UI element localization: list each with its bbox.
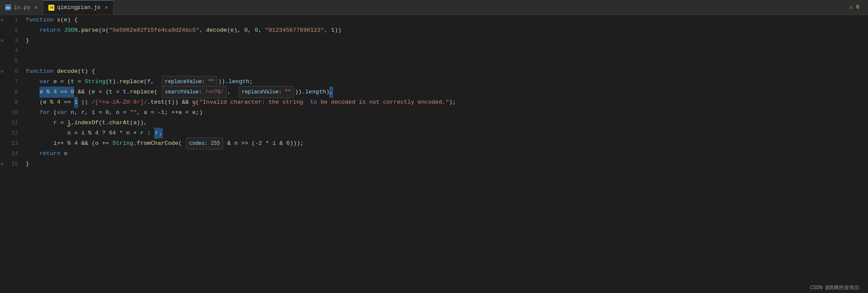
line-9: 9 <box>0 97 18 108</box>
code-line-13: i++ % 4 && (o += String.fromCharCode( co… <box>26 138 868 149</box>
warning-text: ⚠ 6 <box>850 3 859 10</box>
line-numbers: ⊖1 2 ⊖3 4 5 ⊖6 7 8 9 10 11 💡 12 13 14 ⊖1… <box>0 15 21 293</box>
footer: CSDN @跳舞的皮埃尔 <box>810 282 859 293</box>
code-line-11: r = l.indexOf(t.charAt(a)), <box>26 118 868 128</box>
code-line-2: return JSON.parse(o("5e5062e82f15fe4ca9d… <box>26 25 868 36</box>
py-icon: py <box>5 4 11 10</box>
code-content[interactable]: function s(e) { return JSON.parse(o("5e5… <box>21 15 868 293</box>
line-1: ⊖1 <box>0 15 18 25</box>
code-line-4 <box>26 46 868 56</box>
tooltip-codes: codes: 255 <box>186 138 223 149</box>
line-3: ⊖3 <box>0 36 18 46</box>
tab-qimingpian-js[interactable]: JS qimingpian.js ✕ <box>43 0 113 15</box>
line-8: 8 <box>0 87 18 97</box>
line-6: ⊖6 <box>0 66 18 77</box>
code-line-12: n = i % 4 ? 64 * n + r : r, <box>26 128 868 138</box>
line-5: 5 <box>0 56 18 66</box>
tab-in-py[interactable]: py in.py ✕ <box>0 0 43 15</box>
code-line-6: function decode(t) { <box>26 66 868 77</box>
tooltip-searchvalue: searchValue: /==?$/ <box>162 86 227 98</box>
line-13: 13 <box>0 138 18 149</box>
line-14: 14 <box>0 149 18 159</box>
tab-close-in-py[interactable]: ✕ <box>35 4 38 11</box>
kw-function-1: function <box>26 15 54 25</box>
line-11: 11 <box>0 118 18 128</box>
line-2: 2 <box>0 25 18 36</box>
code-line-1: function s(e) { <box>26 15 868 25</box>
tab-bar: py in.py ✕ JS qimingpian.js ✕ ⚠ 6 <box>0 0 868 15</box>
editor-container: py in.py ✕ JS qimingpian.js ✕ ⚠ 6 ⊖1 2 ⊖… <box>0 0 868 293</box>
code-line-15: } <box>26 159 868 169</box>
tooltip-replacevalue-2: replaceValue: "" <box>239 86 294 98</box>
line-7: 7 <box>0 77 18 87</box>
code-line-9: (e % 4 == 1 || /[^+a-zA-Z0-9/]/.test(t))… <box>26 97 868 108</box>
line-15: ⊖15 <box>0 159 18 169</box>
fold-15[interactable]: ⊖ <box>1 159 4 169</box>
code-line-14: return o <box>26 149 868 159</box>
line-12: 💡 12 <box>0 128 18 138</box>
fold-1[interactable]: ⊖ <box>1 15 4 25</box>
code-line-10: for (var n, r, i = 0, o = "", a = -1; ++… <box>26 108 868 118</box>
bulb-icon[interactable]: 💡 <box>0 128 0 138</box>
footer-text: CSDN @跳舞的皮埃尔 <box>810 285 859 291</box>
fn-s: s <box>57 15 60 25</box>
code-area: ⊖1 2 ⊖3 4 5 ⊖6 7 8 9 10 11 💡 12 13 14 ⊖1… <box>0 15 868 293</box>
line-10: 10 <box>0 108 18 118</box>
fold-3[interactable]: ⊖ <box>1 36 4 46</box>
code-line-7: var e = (t = String(t).replace(f, replac… <box>26 77 868 87</box>
fold-6[interactable]: ⊖ <box>1 66 4 77</box>
js-icon: JS <box>48 5 54 11</box>
code-line-5 <box>26 56 868 66</box>
warning-badge: ⚠ 6 <box>850 3 859 10</box>
line-4: 4 <box>0 46 18 56</box>
tab-label-qimingpian-js: qimingpian.js <box>57 4 100 11</box>
code-line-8: e % 4 == 0 && (e = (t = t.replace( searc… <box>26 87 868 97</box>
code-line-3: } <box>26 36 868 46</box>
tab-close-qimingpian-js[interactable]: ✕ <box>105 4 108 11</box>
tab-label-in-py: in.py <box>14 4 30 11</box>
